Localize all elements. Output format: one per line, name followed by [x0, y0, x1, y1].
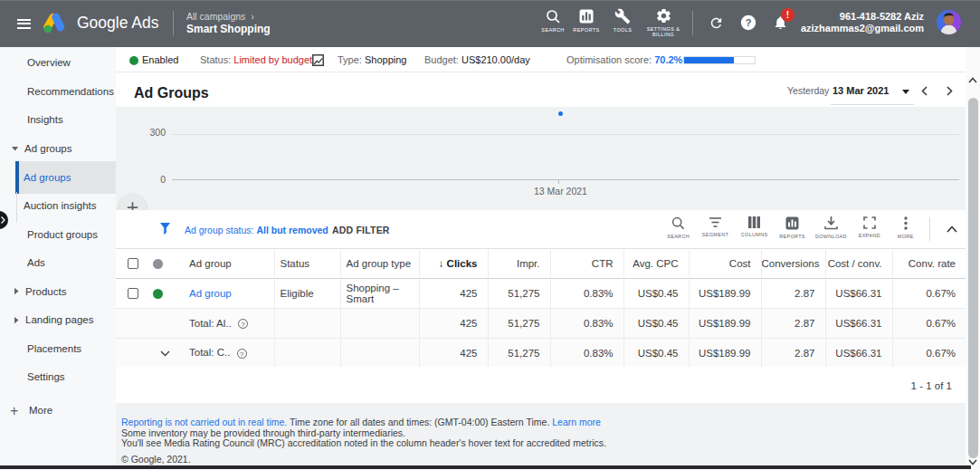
svg-text:?: ? — [746, 17, 752, 28]
